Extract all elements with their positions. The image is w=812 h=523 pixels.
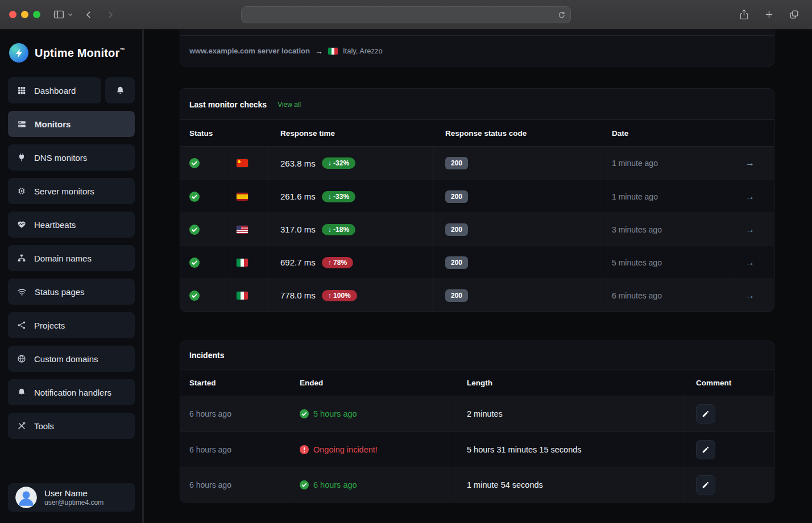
response-time: 778.0 ms xyxy=(280,290,316,300)
tools-icon xyxy=(17,421,26,430)
address-bar[interactable] xyxy=(241,6,571,23)
column-header-date: Date xyxy=(600,129,734,138)
sidebar-item-projects[interactable]: Projects xyxy=(8,312,135,338)
globe-icon xyxy=(17,354,26,363)
check-circle-icon xyxy=(300,480,309,489)
country-flag-icon xyxy=(237,259,248,267)
response-delta-badge: -33% xyxy=(322,191,355,202)
column-header-response-status-code: Response status code xyxy=(434,129,600,138)
row-detail-arrow-icon[interactable]: → xyxy=(745,158,755,168)
pencil-icon xyxy=(702,446,710,454)
new-tab-icon[interactable] xyxy=(764,10,774,19)
edit-comment-button[interactable] xyxy=(696,404,715,424)
response-delta-badge: 78% xyxy=(322,257,353,268)
status-up-icon xyxy=(189,192,200,202)
bell-icon xyxy=(17,388,26,397)
trademark: ™ xyxy=(119,47,125,53)
country-flag-icon xyxy=(237,193,248,201)
tab-overview-icon[interactable] xyxy=(789,9,799,20)
status-code-badge: 200 xyxy=(445,190,468,203)
sidebar-item-dns-monitors[interactable]: DNS monitors xyxy=(8,144,135,171)
sidebar-item-notification-handlers[interactable]: Notification handlers xyxy=(8,379,135,405)
cpu-chip-icon xyxy=(17,186,26,196)
incidents-table-body: 6 hours ago 5 hours ago 2 minutes 6 hour… xyxy=(180,396,774,502)
table-row[interactable]: 317.0 ms-18% 200 3 minutes ago → xyxy=(180,213,774,246)
table-row[interactable]: 692.7 ms78% 200 5 minutes ago → xyxy=(180,246,774,279)
exclamation-circle-icon xyxy=(300,445,309,454)
share-nodes-icon xyxy=(17,321,26,330)
table-row[interactable]: 263.8 ms-32% 200 1 minute ago → xyxy=(180,147,774,180)
arrow-right-icon: → xyxy=(315,47,323,56)
row-detail-arrow-icon[interactable]: → xyxy=(745,225,755,235)
sidebar-toggle-icon[interactable] xyxy=(53,9,65,20)
sidebar-item-label: Tools xyxy=(34,421,54,431)
edit-comment-button[interactable] xyxy=(696,440,715,459)
sidebar-item-heartbeats[interactable]: Heartbeats xyxy=(8,211,135,238)
table-row[interactable]: 261.6 ms-33% 200 1 minute ago → xyxy=(180,180,774,213)
check-date: 1 minute ago xyxy=(612,159,658,168)
sidebar-item-label: Monitors xyxy=(35,119,71,129)
status-code-badge: 200 xyxy=(445,157,468,169)
sidebar-nav: Dashboard Monitors DNS monitors xyxy=(0,77,142,446)
forward-icon[interactable] xyxy=(105,10,115,20)
check-date: 5 minutes ago xyxy=(612,258,662,267)
reload-icon[interactable] xyxy=(557,11,566,19)
check-date: 6 minutes ago xyxy=(612,291,662,300)
table-row: 6 hours ago Ongoing incident! 5 hours 31… xyxy=(180,431,774,467)
card-title: Last monitor checks xyxy=(189,100,267,109)
view-all-link[interactable]: View all xyxy=(277,101,301,109)
table-row[interactable]: 778.0 ms100% 200 6 minutes ago → xyxy=(180,279,774,312)
app-title: Uptime Monitor™ xyxy=(35,47,125,60)
sidebar: Uptime Monitor™ Dashboard xyxy=(0,30,144,523)
status-code-badge: 200 xyxy=(445,223,468,236)
user-profile[interactable]: User Name user@uptime4.com xyxy=(8,483,135,512)
incident-started: 6 hours ago xyxy=(189,445,231,454)
sidebar-item-domain-names[interactable]: Domain names xyxy=(8,245,135,271)
response-delta-badge: -32% xyxy=(322,157,355,169)
column-header-ended: Ended xyxy=(288,379,455,387)
share-icon[interactable] xyxy=(739,9,749,20)
incident-ended: 5 hours ago xyxy=(313,409,357,418)
server-stack-icon xyxy=(17,119,27,129)
row-detail-arrow-icon[interactable]: → xyxy=(745,192,755,202)
sidebar-item-label: DNS monitors xyxy=(34,153,87,163)
row-detail-arrow-icon[interactable]: → xyxy=(745,258,755,268)
plug-icon xyxy=(17,153,26,162)
notifications-button[interactable] xyxy=(105,77,135,103)
back-icon[interactable] xyxy=(84,10,94,20)
sidebar-item-tools[interactable]: Tools xyxy=(8,413,135,439)
sidebar-item-label: Heartbeats xyxy=(34,220,76,230)
status-code-badge: 200 xyxy=(445,256,468,269)
table-row: 6 hours ago 5 hours ago 2 minutes xyxy=(180,396,774,431)
sidebar-item-dashboard[interactable]: Dashboard xyxy=(8,77,101,103)
incident-ended: 6 hours ago xyxy=(313,480,357,489)
status-up-icon xyxy=(189,158,200,168)
response-time: 263.8 ms xyxy=(280,159,316,168)
checks-table-header: Status Response time Response status cod… xyxy=(180,119,774,147)
sidebar-item-server-monitors[interactable]: Server monitors xyxy=(8,178,135,204)
row-detail-arrow-icon[interactable]: → xyxy=(745,290,755,301)
minimize-window-button[interactable] xyxy=(21,11,28,18)
incidents-card: Incidents Started Ended Length Comment 6… xyxy=(180,341,774,503)
incidents-table-header: Started Ended Length Comment xyxy=(180,369,774,396)
sidebar-item-label: Status pages xyxy=(35,287,85,297)
sidebar-item-monitors[interactable]: Monitors xyxy=(8,111,135,137)
edit-comment-button[interactable] xyxy=(696,475,715,495)
zoom-window-button[interactable] xyxy=(33,11,40,18)
sidebar-item-status-pages[interactable]: Status pages xyxy=(8,279,135,305)
check-date: 1 minute ago xyxy=(612,192,658,201)
status-up-icon xyxy=(189,258,200,268)
window-controls xyxy=(9,11,40,18)
status-up-icon xyxy=(189,225,200,235)
response-time: 317.0 ms xyxy=(280,225,316,234)
sidebar-item-custom-domains[interactable]: Custom domains xyxy=(8,346,135,372)
chevron-down-icon[interactable] xyxy=(67,11,73,18)
country-flag-icon xyxy=(237,159,248,167)
main-content: www.example.com server location → Italy,… xyxy=(144,30,812,523)
incident-started: 6 hours ago xyxy=(189,409,231,418)
sidebar-item-label: Server monitors xyxy=(34,186,94,196)
close-window-button[interactable] xyxy=(9,11,16,18)
browser-toolbar xyxy=(0,0,812,30)
avatar xyxy=(15,487,37,508)
app-logo[interactable]: Uptime Monitor™ xyxy=(0,30,142,77)
